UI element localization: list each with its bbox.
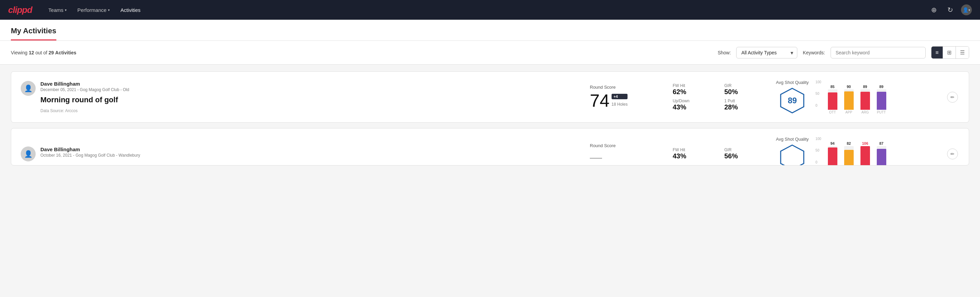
player-date-2: October 16, 2021 - Gog Magog Golf Club -… bbox=[40, 153, 140, 158]
activity-type-select[interactable]: All Activity Types bbox=[736, 47, 797, 59]
app-x-label: APP bbox=[846, 110, 852, 114]
nav-performance[interactable]: Performance ▾ bbox=[78, 7, 110, 13]
bar-arg: 89 ARG bbox=[861, 85, 870, 114]
edit-button-2[interactable]: ✏ bbox=[947, 148, 958, 160]
refresh-button[interactable]: ↻ bbox=[945, 5, 956, 15]
app-logo[interactable]: clippd bbox=[8, 5, 32, 15]
navbar: clippd Teams ▾ Performance ▾ Activities … bbox=[0, 0, 980, 20]
gir-value-2: 56% bbox=[724, 152, 768, 160]
oneputt-stat: 1 Putt 28% bbox=[724, 99, 768, 111]
hexagon-container: Avg Shot Quality 89 bbox=[776, 80, 809, 114]
player-date: December 05, 2021 - Gog Magog Golf Club … bbox=[40, 87, 129, 92]
player-avatar: 👤 bbox=[21, 81, 36, 96]
putt-bar-label: 89 bbox=[879, 85, 883, 89]
nav-teams[interactable]: Teams ▾ bbox=[49, 7, 67, 13]
card-player-info: 👤 Dave Billingham December 05, 2021 - Go… bbox=[21, 81, 582, 113]
avatar-chevron-icon: ▾ bbox=[969, 8, 970, 12]
mini-chart: 100 50 0 85 OTT 90 bbox=[816, 80, 939, 114]
filter-bar: Viewing 12 out of 29 Activities Show: Al… bbox=[0, 41, 980, 65]
data-source: Data Source: Arccos bbox=[40, 109, 129, 113]
app-bar-label: 90 bbox=[846, 85, 851, 89]
avatar-person-icon: 👤 bbox=[24, 84, 33, 93]
compact-icon: ☰ bbox=[960, 49, 965, 56]
score-number-2: — bbox=[590, 150, 665, 164]
edit-button[interactable]: ✏ bbox=[947, 92, 958, 103]
gir-label: GIR bbox=[724, 83, 768, 88]
hexagon-value: 89 bbox=[788, 96, 797, 105]
quality-label: Avg Shot Quality bbox=[776, 80, 809, 85]
ott-x-label: OTT bbox=[829, 110, 836, 114]
main-content: 👤 Dave Billingham December 05, 2021 - Go… bbox=[0, 65, 980, 178]
player-name-2: Dave Billingham bbox=[40, 147, 140, 152]
ott-bar-fill bbox=[828, 93, 837, 110]
page-title: My Activities bbox=[11, 20, 56, 40]
ott-bar-label: 85 bbox=[830, 85, 834, 89]
page-header: My Activities bbox=[0, 20, 980, 41]
player-avatar-2: 👤 bbox=[21, 147, 36, 161]
updown-label: Up/Down bbox=[673, 99, 716, 103]
fw-hit-stat: FW Hit 62% bbox=[673, 83, 716, 96]
keywords-label: Keywords: bbox=[803, 50, 825, 55]
view-toggle-list[interactable]: ≡ bbox=[931, 46, 943, 59]
keyword-input[interactable] bbox=[830, 47, 926, 59]
performance-chevron-icon: ▾ bbox=[108, 8, 110, 12]
view-toggle-grid[interactable]: ⊞ bbox=[943, 46, 956, 59]
y-label-100: 100 bbox=[816, 80, 821, 84]
player-name: Dave Billingham bbox=[40, 81, 129, 87]
nav-activities[interactable]: Activities bbox=[121, 7, 141, 13]
app-bar-fill bbox=[844, 91, 854, 110]
svg-marker-1 bbox=[781, 145, 804, 166]
view-toggle-compact[interactable]: ☰ bbox=[956, 46, 969, 59]
add-button[interactable]: ⊕ bbox=[928, 5, 939, 15]
gir-label-2: GIR bbox=[724, 147, 768, 152]
y-axis-labels: 100 50 0 bbox=[816, 80, 821, 107]
grid-icon: ⊞ bbox=[947, 49, 951, 56]
fw-hit-label: FW Hit bbox=[673, 83, 716, 88]
hexagon-shape: 89 bbox=[779, 87, 806, 114]
activity-card: 👤 Dave Billingham December 05, 2021 - Go… bbox=[11, 71, 969, 123]
bar-arg-2: 106 ARG bbox=[861, 141, 870, 166]
arg-x-label: ARG bbox=[861, 110, 869, 114]
stats-section: FW Hit 62% GIR 50% Up/Down 43% 1 Putt 28… bbox=[673, 83, 768, 111]
score-details: +4 18 Holes bbox=[612, 94, 627, 109]
user-avatar[interactable]: 👤 ▾ bbox=[961, 5, 972, 15]
view-toggles: ≡ ⊞ ☰ bbox=[931, 46, 969, 59]
fw-hit-stat-2: FW Hit 43% bbox=[673, 147, 716, 160]
bar-app-2: 82 APP bbox=[844, 141, 854, 166]
stats-section-2: FW Hit 43% GIR 56% bbox=[673, 147, 768, 160]
hexagon-container-2: Avg Shot Quality bbox=[776, 137, 809, 166]
bar-ott-2: 94 OTT bbox=[828, 141, 837, 166]
avatar-icon: 👤 bbox=[963, 7, 969, 13]
gir-value: 50% bbox=[724, 88, 768, 96]
updown-value: 43% bbox=[673, 103, 716, 111]
arg-bar-label: 89 bbox=[863, 85, 867, 89]
bar-putt: 89 PUTT bbox=[877, 85, 886, 114]
oneputt-label: 1 Putt bbox=[724, 99, 768, 103]
fw-hit-value: 62% bbox=[673, 88, 716, 96]
activity-title: Morning round of golf bbox=[40, 96, 129, 104]
player-details-2: Dave Billingham October 16, 2021 - Gog M… bbox=[40, 147, 140, 161]
navbar-actions: ⊕ ↻ 👤 ▾ bbox=[928, 5, 972, 15]
viewing-total: 29 bbox=[49, 50, 54, 55]
ott-bar-bg bbox=[828, 89, 837, 110]
activity-card-2: 👤 Dave Billingham October 16, 2021 - Gog… bbox=[11, 128, 969, 166]
quality-label-2: Avg Shot Quality bbox=[776, 137, 809, 142]
fw-hit-value-2: 43% bbox=[673, 152, 716, 160]
bar-ott: 85 OTT bbox=[828, 85, 837, 114]
card-player-info-2: 👤 Dave Billingham October 16, 2021 - Gog… bbox=[21, 147, 582, 161]
viewing-count-text: Viewing 12 out of 29 Activities bbox=[11, 50, 712, 55]
score-badge: +4 bbox=[612, 94, 627, 99]
hexagon-shape-2 bbox=[779, 144, 806, 166]
arg-bar-fill bbox=[861, 92, 870, 110]
round-score-label-2: Round Score bbox=[590, 143, 665, 148]
list-icon: ≡ bbox=[935, 50, 939, 56]
activity-type-wrapper[interactable]: All Activity Types bbox=[736, 47, 797, 59]
oneputt-value: 28% bbox=[724, 103, 768, 111]
teams-chevron-icon: ▾ bbox=[65, 8, 67, 12]
avatar-person-icon-2: 👤 bbox=[24, 150, 33, 158]
show-label: Show: bbox=[718, 50, 731, 55]
round-score-section-2: Round Score — bbox=[590, 143, 665, 164]
pencil-icon: ✏ bbox=[950, 94, 955, 100]
card-actions: ✏ bbox=[947, 92, 959, 103]
score-number: 74 bbox=[590, 92, 609, 109]
